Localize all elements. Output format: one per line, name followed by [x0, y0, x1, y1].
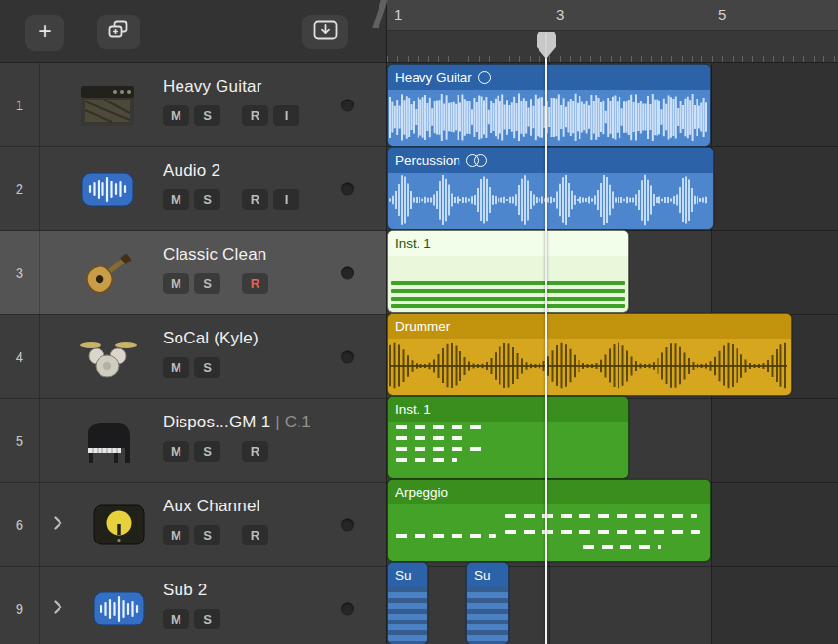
track-header-4[interactable]: 4SoCal (Kyle)MS: [0, 315, 386, 399]
track-header-1[interactable]: 1Heavy GuitarMSRI: [0, 63, 386, 147]
track-name[interactable]: SoCal (Kyle): [163, 329, 259, 348]
audio-waveform: [388, 339, 789, 393]
region-layer: Heavy GuitarPercussionInst. 1DrummerInst…: [387, 63, 838, 644]
mute-button[interactable]: M: [163, 357, 189, 378]
mute-button[interactable]: M: [163, 441, 189, 462]
track-buttons: MSR: [163, 525, 268, 545]
region-percussion[interactable]: Percussion: [387, 147, 714, 230]
mute-button[interactable]: M: [163, 189, 189, 210]
record-enable-button[interactable]: R: [242, 105, 268, 126]
region-header: Heavy Guitar: [388, 65, 710, 90]
record-enable-button[interactable]: R: [242, 273, 268, 294]
control-bar: +: [0, 0, 386, 63]
region-su[interactable]: Su: [387, 562, 428, 644]
midi-note-dashes: [396, 436, 470, 440]
track-number: 2: [0, 147, 40, 230]
region-name: Heavy Guitar: [395, 70, 472, 85]
guitar-icon: [66, 247, 148, 300]
track-name-suffix: | C.1: [275, 413, 311, 431]
track-number: 3: [0, 231, 40, 314]
region-header: Su: [467, 563, 508, 587]
region-arpeggio[interactable]: Arpeggio: [387, 479, 711, 562]
midi-note-bar: [391, 281, 625, 285]
playhead-line: [545, 33, 547, 644]
bar-ruler[interactable]: 135: [387, 0, 838, 31]
track-header-config-button[interactable]: [302, 15, 348, 49]
mute-button[interactable]: M: [163, 105, 189, 126]
region-inst-1[interactable]: Inst. 1: [387, 396, 629, 479]
input-monitoring-button[interactable]: I: [273, 105, 299, 126]
solo-button[interactable]: S: [194, 105, 220, 126]
amp-icon: [66, 83, 148, 128]
track-name[interactable]: Sub 2: [163, 581, 220, 600]
region-name: Arpeggio: [395, 485, 448, 500]
track-name[interactable]: Classic Clean: [163, 245, 268, 264]
track-header-5[interactable]: 5Dispos...GM 1 | C.1MSR: [0, 399, 386, 483]
record-enable-button[interactable]: R: [242, 441, 268, 462]
record-enable-button[interactable]: R: [242, 189, 268, 210]
midi-note-dashes: [396, 447, 486, 451]
track-header-list: 1Heavy GuitarMSRI2Audio 2MSRI3Classic Cl…: [0, 63, 386, 644]
duplicate-track-button[interactable]: [97, 15, 140, 49]
track-number: 9: [0, 567, 40, 644]
solo-button[interactable]: S: [194, 273, 220, 294]
midi-note-bar: [391, 304, 625, 308]
region-header: Arpeggio: [388, 480, 710, 504]
solo-button[interactable]: S: [194, 189, 220, 210]
track-buttons: MS: [163, 357, 259, 378]
solo-button[interactable]: S: [194, 609, 220, 629]
record-enable-button[interactable]: R: [242, 525, 268, 545]
track-number: 6: [0, 483, 40, 566]
ruler-tick-strip[interactable]: [387, 31, 838, 63]
audio-waveform: [388, 90, 708, 144]
track-name[interactable]: Heavy Guitar: [163, 77, 299, 97]
disclosure-chevron-icon[interactable]: [54, 516, 62, 534]
track-buttons: MSRI: [163, 189, 299, 210]
region-header: Su: [388, 563, 427, 587]
region-su[interactable]: Su: [466, 562, 509, 644]
track-name[interactable]: Audio 2: [163, 161, 299, 181]
midi-note-bar: [391, 297, 625, 301]
add-track-button[interactable]: +: [25, 15, 64, 51]
bar-number: 3: [556, 6, 564, 22]
solo-button[interactable]: S: [194, 357, 220, 378]
header-timeline-divider[interactable]: [386, 0, 387, 644]
region-header: Inst. 1: [388, 231, 628, 256]
region-name: Su: [395, 568, 412, 583]
solo-button[interactable]: S: [194, 525, 220, 545]
duplicate-track-icon: [108, 20, 130, 43]
mute-button[interactable]: M: [163, 609, 189, 629]
region-header: Inst. 1: [388, 397, 628, 422]
region-header: Drummer: [388, 314, 791, 339]
midi-note-dashes: [396, 534, 496, 538]
track-number: 5: [0, 399, 40, 482]
track-header-9[interactable]: 9Sub 2MS: [0, 567, 386, 644]
solo-button[interactable]: S: [194, 441, 220, 462]
track-state-dot: [341, 266, 354, 279]
mute-button[interactable]: M: [163, 273, 189, 294]
region-drummer[interactable]: Drummer: [387, 313, 792, 396]
midi-note-dashes: [505, 514, 697, 518]
region-body: [388, 90, 710, 146]
track-buttons: MSRI: [163, 105, 299, 126]
track-name[interactable]: Dispos...GM 1 | C.1: [163, 413, 311, 432]
loop-circle-icon: [478, 71, 491, 84]
midi-note-dashes: [505, 530, 700, 534]
disclosure-chevron-icon[interactable]: [54, 600, 62, 618]
bar-number: 5: [718, 6, 726, 22]
midi-note-dashes: [396, 458, 457, 462]
input-monitoring-button[interactable]: I: [273, 189, 299, 210]
track-state-dot: [341, 350, 354, 363]
track-state-dot: [341, 99, 354, 111]
region-inst-1[interactable]: Inst. 1: [387, 230, 629, 313]
region-heavy-guitar[interactable]: Heavy Guitar: [387, 64, 711, 147]
track-state-dot: [341, 182, 354, 195]
stereo-circles-icon: [474, 154, 487, 167]
track-header-6[interactable]: 6Aux ChannelMSR: [0, 483, 386, 567]
mute-button[interactable]: M: [163, 525, 189, 545]
track-header-2[interactable]: 2Audio 2MSRI: [0, 147, 386, 231]
region-body: [388, 587, 427, 644]
track-name[interactable]: Aux Channel: [163, 497, 268, 516]
track-header-3[interactable]: 3Classic CleanMSR: [0, 231, 386, 315]
track-state-dot: [341, 518, 354, 531]
